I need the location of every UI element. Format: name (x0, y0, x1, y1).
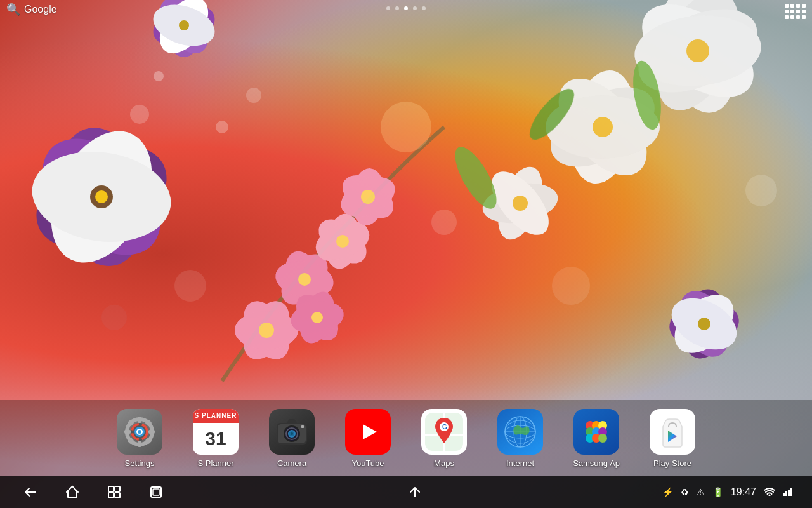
camera-icon (269, 409, 315, 455)
settings-label: Settings (125, 458, 155, 468)
svg-rect-124 (115, 493, 120, 498)
svg-rect-76 (148, 430, 155, 434)
app-splanner[interactable]: S PLANNER 31 S Planner (184, 409, 247, 468)
google-label: Google (24, 4, 57, 15)
svg-rect-126 (153, 489, 159, 495)
search-icon: 🔍 (6, 3, 20, 17)
recent-apps-button[interactable] (103, 481, 126, 504)
sync-icon: ♻ (681, 487, 689, 497)
internet-icon (497, 409, 543, 455)
back-button[interactable] (19, 481, 42, 504)
playstore-label: Play Store (653, 458, 691, 468)
svg-rect-134 (788, 490, 790, 496)
nav-bar: ⚡ ♻ ⚠ 🔋 19:47 (0, 476, 812, 508)
app-samsung[interactable]: Samsung Ap (565, 409, 628, 468)
home-button[interactable] (61, 481, 84, 504)
samsung-icon (573, 409, 619, 455)
svg-point-85 (138, 430, 141, 434)
nav-center (403, 481, 426, 504)
youtube-label: YouTube (351, 458, 384, 468)
youtube-icon (345, 409, 391, 455)
svg-point-131 (768, 494, 770, 496)
app-playstore[interactable]: Play Store (641, 409, 704, 468)
nav-right-status: ⚡ ♻ ⚠ 🔋 19:47 (662, 486, 793, 498)
google-search-bar[interactable]: 🔍 Google (6, 3, 57, 17)
nav-left-buttons (19, 481, 167, 504)
svg-rect-121 (108, 486, 114, 491)
app-internet[interactable]: Internet (488, 409, 552, 468)
maps-label: Maps (434, 458, 454, 468)
svg-text:G: G (442, 424, 447, 431)
svg-rect-74 (138, 441, 141, 447)
usb-icon: ⚡ (662, 487, 673, 497)
splanner-icon: S PLANNER 31 (193, 409, 239, 455)
settings-icon (117, 409, 162, 455)
maps-icon: G (421, 409, 467, 455)
camera-label: Camera (277, 458, 306, 468)
wifi-icon (764, 487, 775, 498)
svg-rect-123 (108, 493, 114, 498)
dock: Settings S PLANNER 31 S Planner (0, 400, 812, 476)
signal-icon (783, 487, 793, 498)
svg-rect-133 (785, 491, 787, 496)
status-bar: 🔍 Google (0, 0, 812, 19)
app-maps[interactable]: G Maps (412, 409, 476, 468)
splanner-label: S Planner (197, 458, 233, 468)
app-youtube[interactable]: YouTube (336, 409, 400, 468)
playstore-icon (650, 409, 695, 455)
svg-rect-132 (783, 493, 785, 496)
up-arrow-button[interactable] (403, 481, 426, 504)
samsung-label: Samsung Ap (573, 458, 620, 468)
time-display: 19:47 (731, 486, 756, 498)
svg-rect-75 (124, 430, 131, 434)
app-camera[interactable]: Camera (260, 409, 324, 468)
svg-rect-94 (301, 425, 304, 428)
svg-point-118 (598, 434, 607, 443)
app-settings[interactable]: Settings (108, 409, 171, 468)
svg-rect-135 (790, 488, 792, 496)
svg-point-93 (291, 432, 293, 435)
svg-rect-73 (138, 417, 141, 423)
screenshot-button[interactable] (145, 481, 167, 504)
warning-icon: ⚠ (697, 487, 705, 497)
battery-icon: 🔋 (712, 487, 723, 497)
internet-label: Internet (506, 458, 534, 468)
svg-rect-122 (115, 486, 120, 491)
